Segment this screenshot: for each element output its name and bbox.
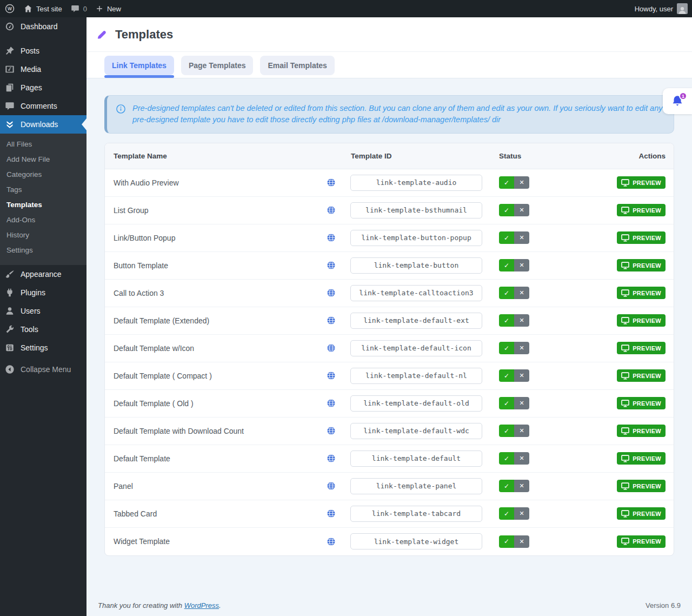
status-disabled-button[interactable]: ✕ [514,452,529,465]
table-row: Default Template ( Compact ) ✓ ✕ PREVIEW [105,362,674,390]
sliders-icon [4,342,15,353]
template-id-input[interactable] [350,285,482,301]
preview-button[interactable]: PREVIEW [617,176,666,189]
info-icon [116,104,126,114]
template-id-input[interactable] [350,368,482,384]
status-disabled-button[interactable]: ✕ [514,287,529,299]
monitor-icon [621,427,629,435]
preview-button[interactable]: PREVIEW [617,342,666,354]
comments-shortcut[interactable]: 0 [71,4,87,13]
template-id-input[interactable] [350,340,482,356]
sidebar-item-settings[interactable]: Settings [0,339,86,357]
preview-button[interactable]: PREVIEW [617,397,666,409]
globe-icon [327,426,336,435]
status-enabled-button[interactable]: ✓ [499,342,514,354]
preview-button[interactable]: PREVIEW [617,507,666,520]
sidebar-item-posts[interactable]: Posts [0,42,86,60]
collapse-menu-label: Collapse Menu [21,365,71,374]
sidebar-item-dashboard[interactable]: Dashboard [0,17,86,36]
submenu-item-add-new-file[interactable]: Add New File [0,152,86,167]
status-disabled-button[interactable]: ✕ [514,176,529,189]
submenu-item-categories[interactable]: Categories [0,167,86,182]
preview-button[interactable]: PREVIEW [617,287,666,299]
status-enabled-button[interactable]: ✓ [499,452,514,465]
status-disabled-button[interactable]: ✕ [514,369,529,382]
tab-page-templates[interactable]: Page Templates [181,56,254,75]
sidebar-item-downloads[interactable]: Downloads [0,115,86,134]
status-enabled-button[interactable]: ✓ [499,204,514,216]
sidebar-item-users[interactable]: Users [0,302,86,320]
template-name: Widget Template [105,537,316,546]
status-disabled-button[interactable]: ✕ [514,204,529,216]
wordpress-link[interactable]: WordPress [184,601,219,610]
preview-button[interactable]: PREVIEW [617,204,666,216]
status-disabled-button[interactable]: ✕ [514,342,529,354]
status-enabled-button[interactable]: ✓ [499,231,514,244]
globe-icon [327,481,336,491]
template-id-input[interactable] [350,478,482,494]
sidebar-item-comments[interactable]: Comments [0,97,86,115]
submenu-item-templates[interactable]: Templates [0,197,86,213]
template-id-input[interactable] [350,202,482,218]
template-id-input[interactable] [350,230,482,246]
notifications-button[interactable]: 1 [663,88,692,114]
submenu-item-all-files[interactable]: All Files [0,137,86,152]
template-id-input[interactable] [350,506,482,522]
preview-button[interactable]: PREVIEW [617,314,666,327]
status-enabled-button[interactable]: ✓ [499,535,514,548]
template-id-input[interactable] [350,257,482,274]
template-id-input[interactable] [350,175,482,191]
status-enabled-button[interactable]: ✓ [499,507,514,520]
status-enabled-button[interactable]: ✓ [499,176,514,189]
status-enabled-button[interactable]: ✓ [499,480,514,492]
sidebar-item-tools[interactable]: Tools [0,320,86,339]
submenu-item-settings[interactable]: Settings [0,243,86,258]
preview-button[interactable]: PREVIEW [617,480,666,492]
column-header-status: Status [487,152,616,160]
new-content-button[interactable]: New [96,5,121,13]
submenu-item-add-ons[interactable]: Add-Ons [0,213,86,228]
status-enabled-button[interactable]: ✓ [499,425,514,437]
status-enabled-button[interactable]: ✓ [499,369,514,382]
status-enabled-button[interactable]: ✓ [499,397,514,409]
tab-email-templates[interactable]: Email Templates [260,56,334,75]
monitor-icon [621,510,629,518]
wordpress-logo[interactable]: W [4,3,15,14]
sidebar-item-appearance[interactable]: Appearance [0,265,86,283]
sidebar-item-plugins[interactable]: Plugins [0,283,86,302]
avatar[interactable] [677,3,688,14]
preview-button[interactable]: PREVIEW [617,425,666,437]
sidebar-item-pages[interactable]: Pages [0,78,86,97]
site-name-link[interactable]: Test site [24,4,62,13]
status-enabled-button[interactable]: ✓ [499,287,514,299]
tab-link-templates[interactable]: Link Templates [104,56,174,75]
status-disabled-button[interactable]: ✕ [514,535,529,548]
template-id-input[interactable] [350,423,482,439]
notification-badge: 1 [679,92,687,100]
template-id-input[interactable] [350,313,482,329]
status-enabled-button[interactable]: ✓ [499,259,514,271]
status-disabled-button[interactable]: ✕ [514,314,529,327]
status-disabled-button[interactable]: ✕ [514,480,529,492]
status-disabled-button[interactable]: ✕ [514,259,529,271]
status-disabled-button[interactable]: ✕ [514,231,529,244]
template-id-input[interactable] [350,395,482,412]
preview-button[interactable]: PREVIEW [617,535,666,548]
submenu-item-tags[interactable]: Tags [0,182,86,197]
main-content: Templates Link TemplatesPage TemplatesEm… [86,17,692,616]
submenu-item-history[interactable]: History [0,228,86,243]
status-enabled-button[interactable]: ✓ [499,314,514,327]
preview-button[interactable]: PREVIEW [617,452,666,465]
status-disabled-button[interactable]: ✕ [514,397,529,409]
status-disabled-button[interactable]: ✕ [514,507,529,520]
wrench-icon [4,324,15,335]
preview-button[interactable]: PREVIEW [617,231,666,244]
collapse-menu-button[interactable]: Collapse Menu [0,360,86,379]
template-id-input[interactable] [350,451,482,467]
template-id-input[interactable] [350,533,482,549]
preview-button[interactable]: PREVIEW [617,369,666,382]
status-disabled-button[interactable]: ✕ [514,425,529,437]
sidebar-item-media[interactable]: Media [0,60,86,78]
preview-button[interactable]: PREVIEW [617,259,666,271]
account-menu[interactable]: Howdy, user [635,3,688,14]
